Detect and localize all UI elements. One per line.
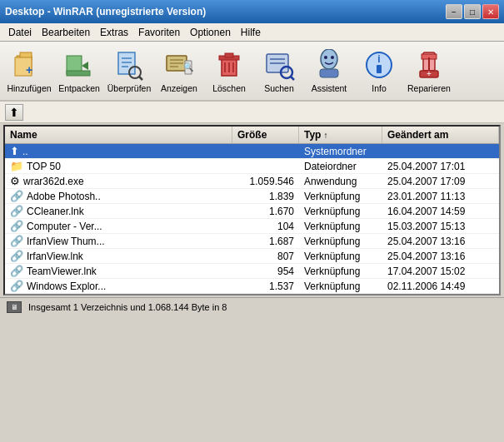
toolbar-btn-reparieren[interactable]: +Reparieren — [405, 45, 453, 97]
file-icon: ⚙ — [10, 175, 20, 187]
maximize-button[interactable]: □ — [464, 4, 481, 19]
toolbar-btn-hinzufuegen[interactable]: +Hinzufügen — [5, 45, 53, 97]
svg-text:+: + — [427, 69, 432, 78]
table-row[interactable]: 🔗CCleaner.lnk1.670Verknüpfung16.04.2007 … — [5, 204, 499, 219]
file-date-cell: 15.03.2007 15:13 — [382, 220, 499, 233]
file-icon: 🔗 — [10, 280, 23, 292]
file-size-cell: 807 — [232, 250, 299, 263]
menu-item-hilfe[interactable]: Hilfe — [236, 25, 266, 40]
table-row[interactable]: ⬆..Systemordner — [5, 144, 499, 159]
file-date-cell — [382, 151, 499, 152]
menu-item-optionen[interactable]: Optionen — [185, 25, 236, 40]
file-icon: 🔗 — [10, 205, 23, 217]
svg-rect-7 — [118, 52, 135, 74]
file-icon: ⬆ — [10, 145, 19, 157]
file-name-cell: 🔗CCleaner.lnk — [5, 204, 232, 218]
file-date-cell: 23.01.2007 11:13 — [382, 190, 499, 203]
table-row[interactable]: ⚙wrar362d.exe1.059.546Anwendung25.04.200… — [5, 174, 499, 189]
ueberpruefen-label: Überprüfen — [107, 83, 152, 93]
file-size-cell — [232, 151, 299, 152]
file-name: CCleaner.lnk — [27, 206, 84, 217]
table-row[interactable]: 🔗Adobe Photosh..1.839Verknüpfung23.01.20… — [5, 189, 499, 204]
anzeigen-label: Anzeigen — [161, 83, 197, 93]
table-row[interactable]: 🔗TeamViewer.lnk954Verknüpfung17.04.2007 … — [5, 264, 499, 279]
file-type-cell: Verknüpfung — [299, 250, 382, 263]
file-name: TOP 50 — [27, 161, 61, 172]
svg-text:i: i — [377, 53, 380, 65]
svg-line-29 — [291, 77, 294, 80]
file-type-cell: Anwendung — [299, 175, 382, 188]
hinzufuegen-icon: + — [12, 48, 46, 82]
file-name-cell: 📁TOP 50 — [5, 159, 232, 173]
file-size-cell — [232, 166, 299, 167]
file-date-cell: 25.04.2007 13:16 — [382, 235, 499, 248]
title-text: Desktop - WinRAR (unregistrierte Version… — [5, 6, 206, 17]
table-row[interactable]: 🔗IrfanView.lnk807Verknüpfung25.04.2007 1… — [5, 249, 499, 264]
toolbar-btn-entpacken[interactable]: Entpacken — [55, 45, 103, 97]
svg-point-31 — [324, 56, 327, 59]
status-text: Insgesamt 1 Verzeichnis und 1.068.144 By… — [28, 302, 227, 312]
file-date-cell: 17.04.2007 15:02 — [382, 265, 499, 278]
file-name-cell: ⬆.. — [5, 144, 232, 158]
toolbar-btn-loeschen[interactable]: Löschen — [205, 45, 253, 97]
table-row[interactable]: 📁TOP 50Dateiordner25.04.2007 17:01 — [5, 159, 499, 174]
file-name-cell: 🔗Computer - Ver... — [5, 219, 232, 233]
entpacken-icon — [62, 48, 96, 82]
file-type-cell: Verknüpfung — [299, 190, 382, 203]
file-name-cell: 🔗Adobe Photosh.. — [5, 189, 232, 203]
file-type-cell: Systemordner — [299, 145, 382, 158]
toolbar: +HinzufügenEntpackenÜberprüfen🔍AnzeigenL… — [0, 42, 504, 102]
menu-item-extras[interactable]: Extras — [95, 25, 133, 40]
file-icon: 🔗 — [10, 265, 23, 277]
table-row[interactable]: 🔗Computer - Ver...104Verknüpfung15.03.20… — [5, 219, 499, 234]
status-bar: 🖥 Insgesamt 1 Verzeichnis und 1.068.144 … — [0, 297, 504, 315]
status-icon: 🖥 — [7, 301, 22, 313]
loeschen-icon — [212, 48, 246, 82]
toolbar-btn-anzeigen[interactable]: 🔍Anzeigen — [155, 45, 203, 97]
file-list: ⬆..Systemordner📁TOP 50Dateiordner25.04.2… — [5, 144, 499, 294]
loeschen-label: Löschen — [212, 83, 246, 93]
file-size-cell: 954 — [232, 265, 299, 278]
col-header-geaendert[interactable]: Geändert am — [382, 127, 499, 143]
file-type-cell: Verknüpfung — [299, 280, 382, 293]
file-icon: 🔗 — [10, 190, 23, 202]
minimize-button[interactable]: − — [446, 4, 462, 19]
toolbar-btn-assistent[interactable]: Assistent — [305, 45, 353, 97]
table-row[interactable]: 🔗Windows Explor...1.537Verknüpfung02.11.… — [5, 279, 499, 294]
assistent-icon — [312, 48, 346, 82]
entpacken-label: Entpacken — [58, 83, 100, 93]
svg-rect-36 — [377, 65, 382, 73]
file-name: TeamViewer.lnk — [27, 266, 97, 277]
svg-rect-33 — [320, 69, 338, 77]
file-size-cell: 1.537 — [232, 280, 299, 293]
col-header-typ[interactable]: Typ ↑ — [299, 127, 382, 143]
title-bar: Desktop - WinRAR (unregistrierte Version… — [0, 0, 504, 23]
menu-bar: DateiBearbeitenExtrasFavoritenOptionenHi… — [0, 23, 504, 42]
toolbar-btn-info[interactable]: iInfo — [355, 45, 403, 97]
svg-marker-5 — [82, 62, 88, 70]
address-bar: ⬆ — [0, 102, 504, 123]
col-header-groesse[interactable]: Größe — [232, 127, 299, 143]
ueberpruefen-icon — [112, 48, 146, 82]
menu-item-datei[interactable]: Datei — [3, 25, 37, 40]
toolbar-btn-suchen[interactable]: Suchen — [255, 45, 303, 97]
table-row[interactable]: 🔗IrfanView Thum...1.687Verknüpfung25.04.… — [5, 234, 499, 249]
menu-item-bearbeiten[interactable]: Bearbeiten — [37, 25, 95, 40]
info-icon: i — [362, 48, 396, 82]
file-icon: 🔗 — [10, 235, 23, 247]
menu-item-favoriten[interactable]: Favoriten — [133, 25, 185, 40]
file-name: Adobe Photosh.. — [27, 191, 101, 202]
info-label: Info — [372, 83, 387, 93]
reparieren-icon: + — [412, 48, 446, 82]
file-size-cell: 104 — [232, 220, 299, 233]
up-button[interactable]: ⬆ — [5, 104, 23, 121]
svg-text:+: + — [26, 63, 32, 77]
close-button[interactable]: ✕ — [482, 4, 499, 19]
file-name-cell: 🔗IrfanView Thum... — [5, 234, 232, 248]
svg-line-12 — [139, 77, 142, 80]
col-header-name[interactable]: Name — [5, 127, 232, 143]
file-icon: 🔗 — [10, 250, 23, 262]
file-type-cell: Verknüpfung — [299, 265, 382, 278]
hinzufuegen-label: Hinzufügen — [7, 83, 51, 93]
toolbar-btn-ueberpruefen[interactable]: Überprüfen — [105, 45, 153, 97]
